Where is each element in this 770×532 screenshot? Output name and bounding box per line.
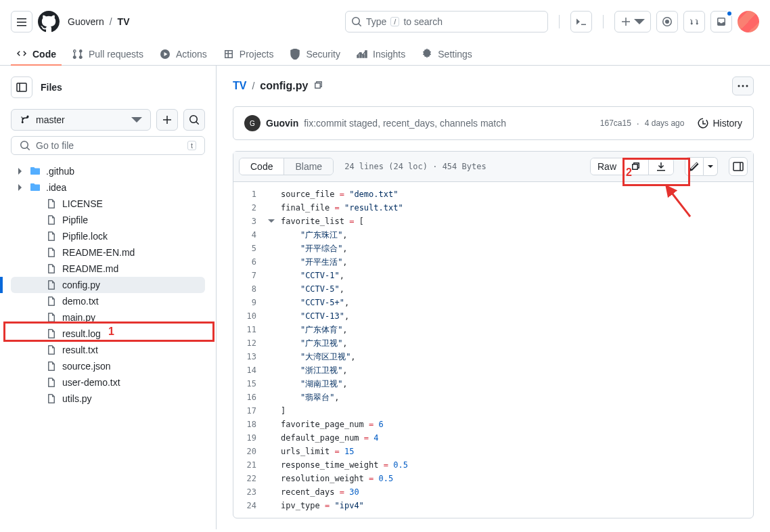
code-line[interactable]: 5 "开平综合",	[233, 242, 753, 255]
edit-button[interactable]	[685, 157, 704, 176]
notifications-button[interactable]	[710, 11, 732, 32]
code-line[interactable]: 2final_file = "result.txt"	[233, 201, 753, 215]
commit-author[interactable]: Guovin	[266, 118, 298, 129]
code-line[interactable]: 23recent_days = 30	[233, 485, 753, 499]
symbols-icon	[733, 161, 744, 172]
file-tree-item[interactable]: .idea	[11, 179, 205, 196]
code-line[interactable]: 15 "湖南卫视",	[233, 377, 753, 391]
file-tree-item[interactable]: .github	[11, 163, 205, 179]
more-options-button[interactable]	[732, 76, 754, 95]
folder-icon	[30, 182, 41, 193]
breadcrumb-owner[interactable]: Guovern	[68, 16, 104, 27]
pr-icon	[689, 16, 700, 27]
nav-projects[interactable]: Projects	[218, 43, 279, 65]
download-raw-button[interactable]	[649, 158, 673, 175]
add-file-button[interactable]	[156, 109, 178, 131]
nav-actions[interactable]: Actions	[154, 43, 212, 65]
code-line[interactable]: 12 "广东卫视",	[233, 336, 753, 350]
download-icon	[656, 161, 666, 172]
code-line[interactable]: 1source_file = "demo.txt"	[233, 187, 753, 201]
search-placeholder-2: to search	[403, 16, 443, 27]
code-tab[interactable]: Code	[240, 158, 284, 175]
code-content[interactable]: 1source_file = "demo.txt"2final_file = "…	[233, 182, 753, 518]
nav-security[interactable]: Security	[284, 43, 346, 65]
raw-button[interactable]: Raw	[591, 158, 624, 175]
code-line[interactable]: 13 "大湾区卫视",	[233, 350, 753, 363]
command-palette-button[interactable]	[570, 11, 592, 32]
code-line[interactable]: 24ipv_type = "ipv4"	[233, 499, 753, 512]
code-line[interactable]: 4 "广东珠江",	[233, 228, 753, 242]
breadcrumb: Guovern / TV	[68, 16, 129, 27]
plus-icon	[162, 114, 173, 125]
file-tree-item[interactable]: user-demo.txt	[11, 374, 205, 391]
github-logo[interactable]	[38, 11, 60, 32]
file-tree-item[interactable]: README-EN.md	[11, 244, 205, 261]
chevron-right-icon	[16, 167, 24, 175]
code-line[interactable]: 22resolution_weight = 0.5	[233, 472, 753, 485]
code-line[interactable]: 18favorite_page_num = 6	[233, 418, 753, 431]
file-tree-item[interactable]: source.json	[11, 358, 205, 374]
file-tree-item[interactable]: LICENSE	[11, 196, 205, 212]
edit-dropdown[interactable]	[704, 157, 718, 176]
code-line[interactable]: 20urls_limit = 15	[233, 445, 753, 458]
search-input[interactable]: Type / to search	[345, 11, 548, 32]
go-to-file-input[interactable]: Go to file t	[11, 136, 205, 155]
code-line[interactable]: 10 "CCTV-13",	[233, 309, 753, 323]
commit-avatar[interactable]: G	[244, 115, 261, 131]
commit-sha[interactable]: 167ca15	[600, 118, 631, 128]
commit-message[interactable]: fix:commit staged, recent_days, channels…	[304, 118, 506, 129]
graph-icon	[357, 49, 367, 60]
file-icon	[46, 312, 57, 323]
file-tree-item[interactable]: utils.py	[11, 391, 205, 407]
nav-code[interactable]: Code	[11, 43, 62, 65]
search-icon	[20, 140, 30, 151]
path-repo-link[interactable]: TV	[233, 80, 246, 92]
copy-path-button[interactable]	[313, 80, 324, 93]
create-new-button[interactable]	[614, 11, 651, 32]
code-line[interactable]: 17]	[233, 404, 753, 418]
file-tree-item[interactable]: main.py	[11, 309, 205, 326]
breadcrumb-repo[interactable]: TV	[118, 16, 130, 27]
code-line[interactable]: 8 "CCTV-5",	[233, 282, 753, 296]
search-files-button[interactable]	[183, 109, 205, 131]
issues-button[interactable]	[656, 11, 678, 32]
user-avatar[interactable]	[738, 11, 759, 32]
menu-button[interactable]	[11, 11, 32, 32]
search-icon	[189, 114, 200, 125]
bars-icon	[16, 16, 27, 27]
code-line[interactable]: 6 "开平生活",	[233, 255, 753, 269]
pull-requests-button[interactable]	[683, 11, 705, 32]
file-tree-item[interactable]: README.md	[11, 261, 205, 277]
nav-insights[interactable]: Insights	[351, 43, 411, 65]
file-tree-item[interactable]: demo.txt	[11, 293, 205, 309]
slash-key: /	[390, 17, 399, 26]
nav-pulls[interactable]: Pull requests	[67, 43, 149, 65]
code-line[interactable]: 9 "CCTV-5+",	[233, 296, 753, 309]
code-line[interactable]: 21response_time_weight = 0.5	[233, 458, 753, 472]
history-button[interactable]: History	[698, 118, 742, 129]
file-icon	[46, 280, 57, 290]
code-line[interactable]: 14 "浙江卫视",	[233, 363, 753, 377]
symbols-button[interactable]	[729, 157, 748, 176]
dot-circle-icon	[662, 16, 673, 27]
code-box: Code Blame 24 lines (24 loc) · 454 Bytes…	[233, 151, 754, 518]
github-icon	[38, 11, 60, 32]
file-tree-item[interactable]: config.py	[11, 277, 205, 293]
code-line[interactable]: 7 "CCTV-1",	[233, 269, 753, 282]
copy-icon	[631, 161, 641, 172]
code-line[interactable]: 16 "翡翠台",	[233, 391, 753, 404]
nav-settings[interactable]: Settings	[416, 43, 478, 65]
file-tree-item[interactable]: result.txt	[11, 342, 205, 358]
branch-select[interactable]: master	[11, 109, 151, 131]
caret-down-icon	[708, 164, 713, 169]
code-line[interactable]: 3favorite_list = [	[233, 215, 753, 228]
folder-icon	[30, 166, 41, 177]
notification-dot	[726, 10, 733, 17]
blame-tab[interactable]: Blame	[284, 158, 333, 175]
file-tree-item[interactable]: Pipfile	[11, 212, 205, 228]
code-line[interactable]: 11 "广东体育",	[233, 323, 753, 336]
code-line[interactable]: 19default_page_num = 4	[233, 431, 753, 445]
fold-icon[interactable]	[267, 219, 275, 224]
sidebar-toggle[interactable]	[11, 76, 32, 98]
file-tree-item[interactable]: Pipfile.lock	[11, 228, 205, 244]
